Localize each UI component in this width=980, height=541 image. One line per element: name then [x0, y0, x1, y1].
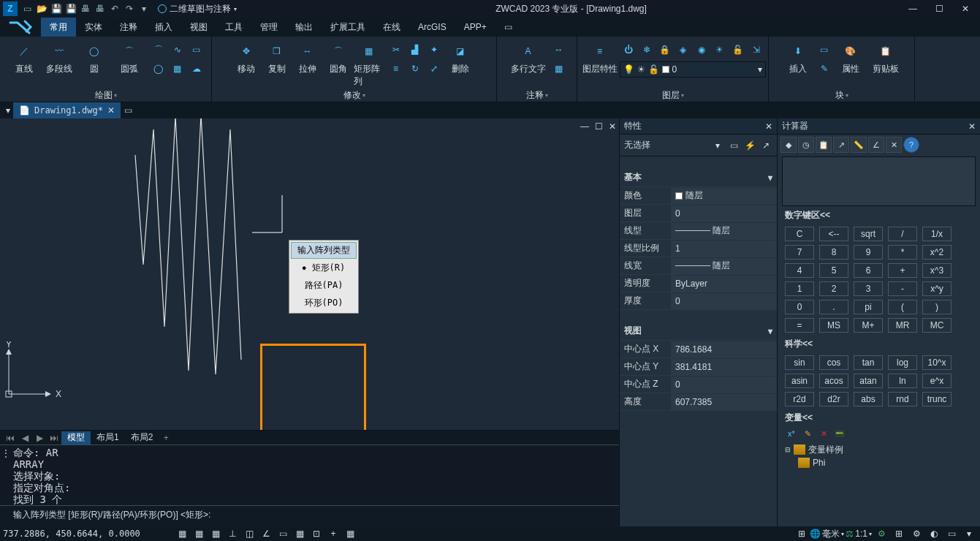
spline-icon[interactable]: ∿	[169, 41, 186, 58]
calc-key[interactable]: x^y	[922, 281, 951, 296]
model-button[interactable]: ⊞	[795, 529, 808, 539]
layer-unlock-icon[interactable]: 🔓	[729, 41, 747, 58]
calc-key[interactable]: M+	[854, 318, 883, 333]
calc-key[interactable]: sqrt	[854, 227, 883, 241]
layerprops-tool[interactable]: ≡图层特性	[580, 38, 620, 77]
calc-key[interactable]: sin	[785, 355, 814, 370]
doc-close-icon[interactable]: ✕	[107, 105, 115, 116]
erase-tool[interactable]: ◪删除	[443, 38, 478, 88]
draw-tool-0[interactable]: ／直线	[7, 38, 42, 77]
var-edit-icon[interactable]: ✎	[801, 427, 814, 440]
prop-row[interactable]: 透明度ByLayer	[620, 275, 777, 292]
calc-key[interactable]: rnd	[888, 392, 917, 406]
command-line[interactable]: 输入阵列类型 [矩形(R)/路径(PA)/环形(PO)] <矩形>:	[0, 505, 619, 524]
ribbon-tab-3[interactable]: 插入	[146, 18, 181, 37]
qat-save-icon[interactable]: 💾	[50, 2, 63, 15]
layer-lock-icon[interactable]: 🔒	[656, 41, 674, 58]
numpad-section[interactable]: 数字键区<<	[778, 208, 980, 223]
modify-tool-0[interactable]: ✥移动	[231, 38, 262, 88]
calc-key[interactable]: tan	[854, 355, 883, 370]
calc-key[interactable]: 2	[819, 281, 848, 296]
sci-section[interactable]: 科学<<	[778, 336, 980, 352]
status-toggle-6[interactable]: ▭	[275, 527, 291, 540]
block-edit-icon[interactable]: ✎	[816, 60, 833, 77]
calc-key[interactable]: )	[922, 300, 951, 314]
prop-row[interactable]: 线宽———— 随层	[620, 257, 777, 275]
selectobj-icon[interactable]: ↗	[759, 139, 772, 152]
qat-saveas-icon[interactable]: 💾	[64, 2, 77, 15]
ribbon-tab-8[interactable]: 扩展工具	[322, 18, 374, 37]
layer-freeze-icon[interactable]: ❄	[638, 41, 656, 58]
calc-key[interactable]: atan	[854, 374, 883, 388]
drawing-canvas[interactable]: — ☐ ✕ 输入阵列类型 矩形(R)路径(PA)环形(PO)	[0, 118, 619, 430]
qat-open-icon[interactable]: 📂	[35, 2, 48, 15]
calc-history-icon[interactable]: ◷	[798, 137, 814, 153]
calc-key[interactable]: ln	[888, 374, 917, 388]
selection-type[interactable]: 无选择	[624, 139, 708, 151]
attr-tool[interactable]: 🎨属性	[833, 38, 868, 77]
calc-key[interactable]: 3	[854, 281, 883, 296]
calc-key[interactable]: .	[819, 300, 848, 314]
calc-key[interactable]: (	[888, 300, 917, 314]
prop-value[interactable]: ———— 随层	[671, 258, 777, 274]
document-tab[interactable]: 📄Drawing1.dwg*✕	[13, 102, 121, 118]
qat-preview-icon[interactable]: 🖶	[94, 2, 107, 15]
collapse-icon[interactable]: ▾	[768, 173, 772, 183]
properties-close-icon[interactable]: ✕	[765, 121, 772, 132]
mirror-icon[interactable]: ▟	[406, 41, 424, 58]
status-toggle-2[interactable]: ▦	[208, 527, 224, 540]
prop-value[interactable]: 0	[671, 205, 777, 222]
ribbon-tab-11[interactable]: APP+	[455, 18, 495, 37]
ellipse-icon[interactable]: ◯	[150, 60, 167, 77]
close-button[interactable]: ✕	[954, 0, 977, 18]
layer-thaw-icon[interactable]: ☀	[711, 41, 729, 58]
ribbon-tab-5[interactable]: 工具	[216, 18, 251, 37]
units-icon[interactable]: 🌐	[810, 529, 821, 539]
draw-tool-3[interactable]: ⌒圆弧	[112, 38, 147, 77]
calc-key[interactable]: x^3	[922, 263, 951, 278]
calc-key[interactable]: x^2	[922, 245, 951, 260]
status-toggle-4[interactable]: ◫	[241, 527, 257, 540]
prop-row[interactable]: 中心点 Z0	[620, 376, 777, 393]
clean-icon[interactable]: ▭	[943, 527, 960, 540]
workspace-icon[interactable]: ⊞	[891, 527, 907, 540]
calc-paste-icon[interactable]: 📋	[816, 137, 832, 153]
explode-icon[interactable]: ✦	[425, 41, 443, 58]
calc-key[interactable]: r2d	[785, 392, 814, 406]
var-new-icon[interactable]: x*	[785, 427, 798, 440]
calc-key[interactable]: abs	[854, 392, 883, 406]
modify-tool-4[interactable]: ▦矩形阵列	[354, 38, 384, 88]
prop-row[interactable]: 高度607.7385	[620, 393, 777, 411]
ribbon-tab-10[interactable]: ArcGIS	[409, 18, 455, 37]
calc-key[interactable]: 4	[785, 263, 814, 278]
rotate-icon[interactable]: ↻	[406, 60, 424, 77]
offset-icon[interactable]: ≡	[387, 60, 405, 77]
ribbon-tab-9[interactable]: 在线	[374, 18, 409, 37]
selection-dropdown-icon[interactable]: ▾	[711, 139, 724, 152]
calc-key[interactable]: MS	[819, 318, 848, 333]
calc-key[interactable]: /	[888, 227, 917, 241]
scroll-prev-icon[interactable]: ◀	[18, 431, 32, 444]
prop-value[interactable]: 0	[671, 377, 777, 393]
scroll-first-icon[interactable]: ⏮	[3, 431, 18, 444]
status-toggle-1[interactable]: ▦	[191, 527, 207, 540]
prop-value[interactable]: ———— 随层	[671, 223, 777, 239]
calc-getdist-icon[interactable]: 📏	[851, 137, 867, 153]
calc-key[interactable]: d2r	[819, 392, 848, 406]
calc-key[interactable]: MC	[922, 318, 951, 333]
calc-key[interactable]: pi	[854, 300, 883, 314]
qat-new-icon[interactable]: ▭	[20, 2, 34, 15]
calc-key[interactable]: <--	[819, 227, 848, 241]
minimize-button[interactable]: —	[901, 0, 924, 18]
status-toggle-9[interactable]: +	[325, 527, 341, 540]
hardware-icon[interactable]: ⚙	[908, 527, 924, 540]
calc-key[interactable]: C	[785, 227, 814, 241]
workspace-selector[interactable]: 二维草图与注释▾	[153, 3, 241, 15]
new-tab-button[interactable]: ▭	[121, 102, 137, 118]
ribbon-tab-6[interactable]: 管理	[251, 18, 286, 37]
calc-key[interactable]: acos	[819, 374, 848, 388]
calc-key[interactable]: 5	[819, 263, 848, 278]
draw-tool-2[interactable]: ◯圆	[77, 38, 112, 77]
prop-value[interactable]: ByLayer	[671, 276, 777, 292]
calc-key[interactable]: log	[888, 355, 917, 370]
